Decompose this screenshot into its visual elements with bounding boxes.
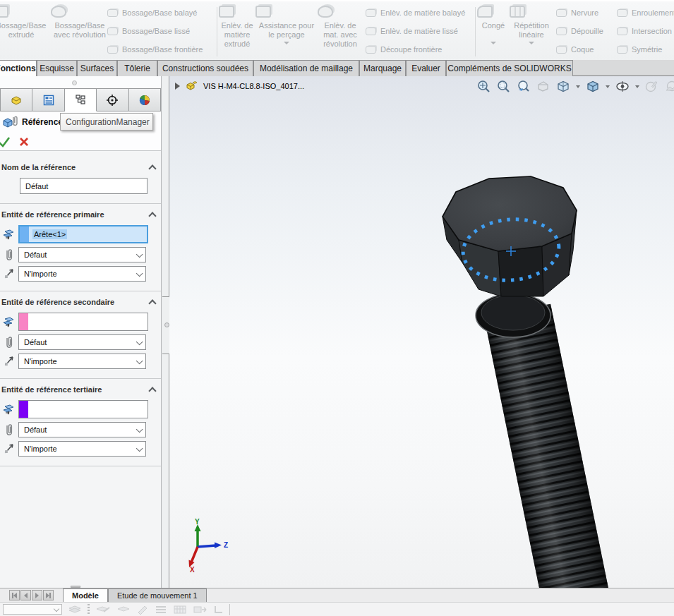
section-view-icon[interactable] [536, 79, 550, 94]
display-style-icon[interactable] [585, 79, 601, 94]
motion-type-dropdown[interactable] [3, 604, 62, 615]
bolt-head-top-face[interactable] [443, 176, 577, 251]
ok-check-button[interactable] [0, 135, 11, 148]
primary-direction-dropdown[interactable]: N'importe [18, 266, 146, 282]
tab-fonctions[interactable]: Fonctions [0, 60, 37, 76]
previous-view-icon[interactable] [516, 79, 531, 94]
zoom-area-icon[interactable] [496, 79, 511, 94]
hide-show-caret-icon[interactable] [635, 85, 639, 88]
boss-boundary-button[interactable]: Bossage/Base frontière [107, 45, 203, 54]
collapse-chevron-icon[interactable] [148, 299, 156, 307]
rib-label: Nervure [571, 8, 598, 17]
linear-pattern-caret-icon[interactable] [529, 42, 534, 44]
section-header-name[interactable]: Nom de la référence [0, 159, 161, 174]
flyout-feature-tree[interactable]: VIS H-M4-CL8.8-ISO_4017... [175, 80, 304, 91]
section-secondary-entity: Entité de référence secondaire [0, 291, 161, 379]
reference-name-input[interactable]: Défaut [20, 178, 148, 194]
section-header-secondary[interactable]: Entité de référence secondaire [0, 294, 161, 309]
rib-button[interactable]: Nervure [556, 8, 598, 17]
boss-extrude-button[interactable]: Bossage/Base extrudé [0, 4, 49, 40]
fillet-caret-icon[interactable] [491, 42, 496, 44]
tab-esquisse[interactable]: Esquisse [37, 60, 77, 76]
secondary-alignment-dropdown[interactable]: Défaut [18, 334, 146, 350]
collapse-chevron-icon[interactable] [148, 212, 156, 219]
secondary-selection-box[interactable] [18, 313, 148, 331]
calculate-icon[interactable] [68, 605, 82, 615]
timeline-lines-icon[interactable] [155, 605, 167, 615]
linear-pattern-button[interactable]: Répétition linéaire [510, 4, 553, 44]
mirror-button[interactable]: Symétrie [617, 45, 662, 54]
shell-label: Coque [571, 45, 594, 54]
primary-alignment-dropdown[interactable]: Défaut [18, 247, 146, 262]
cancel-x-button[interactable] [18, 136, 30, 147]
collapse-chevron-icon[interactable] [148, 387, 156, 394]
hole-wizard-button[interactable]: Assistance pour le perçage [255, 4, 318, 44]
tab-property-manager[interactable] [32, 88, 64, 111]
heads-up-toolbar [476, 79, 674, 94]
hide-show-items-icon[interactable] [615, 79, 630, 94]
primary-selection-box[interactable]: Arête<1> [18, 225, 148, 243]
hole-wizard-caret-icon[interactable] [284, 42, 289, 44]
last-tab-button[interactable] [43, 590, 54, 600]
display-style-caret-icon[interactable] [606, 85, 610, 88]
tab-tolerie[interactable]: Tôlerie [117, 60, 157, 76]
pencil-icon[interactable] [136, 605, 149, 615]
panel-splitter[interactable] [161, 76, 169, 588]
fillet-button[interactable]: Congé [477, 4, 510, 44]
cut-sweep-button[interactable]: Enlèv. de matière balayé [366, 8, 465, 17]
tab-constructions-soudees[interactable]: Constructions soudées [157, 60, 253, 76]
tertiary-alignment-dropdown[interactable]: Défaut [18, 422, 146, 437]
tab-configuration-manager[interactable] [65, 88, 97, 111]
section-header-primary[interactable]: Entité de référence primaire [0, 207, 161, 222]
boss-revolve-button[interactable]: Bossage/Base avec révolution [51, 4, 109, 40]
bolt-collar-top[interactable] [481, 295, 545, 330]
draft-button[interactable]: Dépouille [556, 27, 603, 35]
cut-boundary-button[interactable]: Découpe frontière [366, 45, 442, 54]
tab-feature-manager[interactable] [0, 88, 32, 111]
view-orientation-icon[interactable] [555, 79, 571, 94]
tab-evaluer[interactable]: Evaluer [406, 60, 446, 76]
feature-ribbon: Bossage/Base extrudé Bossage/Base avec r… [0, 0, 674, 60]
cut-loft-button[interactable]: Enlèv. de matière lissé [366, 27, 458, 35]
tab-modelisation-maillage[interactable]: Modélisation de maillage [253, 60, 359, 76]
tab-dimxpert-manager[interactable] [97, 88, 128, 111]
corner-axis-icon[interactable] [212, 605, 224, 615]
apply-scene-icon[interactable] [664, 79, 674, 94]
tab-display-manager[interactable] [129, 88, 161, 111]
next-tab-button[interactable] [32, 590, 42, 600]
tab-complements[interactable]: Compléments de SOLIDWORKS [446, 60, 573, 76]
zoom-fit-icon[interactable] [476, 79, 491, 94]
tertiary-selection-box[interactable] [18, 400, 148, 418]
expand-arrow-icon[interactable] [175, 83, 180, 90]
collapse-chevron-icon[interactable] [148, 164, 156, 172]
first-tab-button[interactable] [9, 590, 20, 600]
edit-appearance-icon[interactable] [644, 79, 659, 94]
panel-resize-handle[interactable] [72, 80, 77, 85]
previous-tab-button[interactable] [20, 590, 31, 600]
section-header-tertiary[interactable]: Entité de référence tertiaire [0, 382, 161, 397]
graphics-viewport[interactable]: VIS H-M4-CL8.8-ISO_4017... [169, 76, 674, 588]
cut-revolve-button[interactable]: Enlèv. de mat. avec révolution [318, 4, 363, 49]
model-tab[interactable]: Modèle [63, 588, 108, 602]
tertiary-direction-dropdown[interactable]: N'importe [18, 441, 146, 457]
intersect-button[interactable]: Intersection [617, 27, 672, 35]
wrap-button[interactable]: Enroulement [617, 8, 674, 17]
primary-color-swatch [20, 227, 29, 242]
bolt-3d-model[interactable] [169, 76, 674, 588]
motion-study-tab[interactable]: Etude de mouvement 1 [108, 588, 207, 602]
tab-marquage[interactable]: Marquage [359, 60, 406, 76]
cut-extrude-button[interactable]: Enlèv. de matière extrudé [219, 4, 255, 49]
chevron-down-icon [54, 606, 59, 612]
grid-table-icon[interactable] [173, 605, 187, 615]
secondary-direction-dropdown[interactable]: N'importe [18, 354, 146, 369]
key-point-icon[interactable] [116, 605, 131, 615]
shell-button[interactable]: Coque [556, 45, 594, 54]
tab-surfaces[interactable]: Surfaces [77, 60, 117, 76]
animation-wizard-icon[interactable] [95, 605, 111, 615]
export-animation-icon[interactable] [193, 605, 207, 615]
horizontal-splitter-notch[interactable] [71, 586, 80, 588]
bolt-shank[interactable] [484, 304, 621, 588]
boss-sweep-button[interactable]: Bossage/Base balayé [107, 8, 197, 17]
boss-loft-button[interactable]: Bossage/Base lissé [107, 27, 190, 35]
view-orientation-caret-icon[interactable] [576, 85, 580, 88]
